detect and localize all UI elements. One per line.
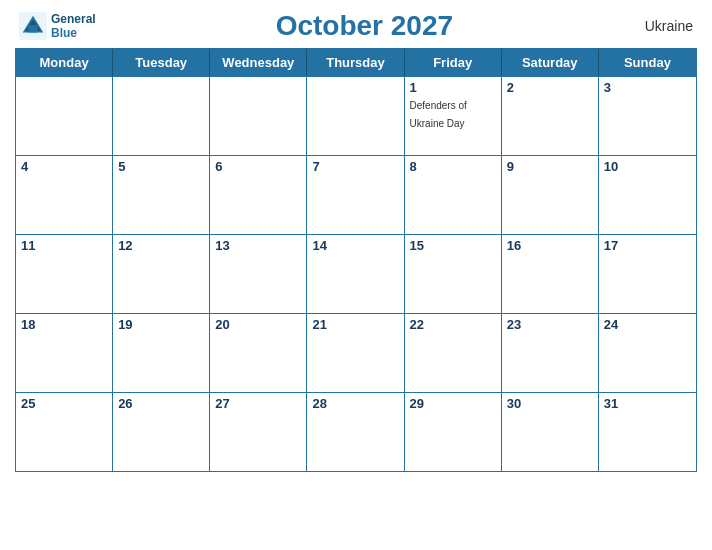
day-number-13: 13: [215, 238, 301, 253]
header-row: General Blue October 2027 Ukraine: [15, 10, 697, 42]
logo-text: General Blue: [51, 12, 96, 40]
day-number-22: 22: [410, 317, 496, 332]
calendar-container: General Blue October 2027 Ukraine Monday…: [0, 0, 712, 550]
day-number-4: 4: [21, 159, 107, 174]
month-title: October 2027: [96, 10, 633, 42]
day-cell-w2-d6: 9: [502, 156, 599, 234]
week-row-4: 18192021222324: [16, 313, 696, 392]
week-row-3: 11121314151617: [16, 234, 696, 313]
day-number-1: 1: [410, 80, 496, 95]
header-monday: Monday: [16, 49, 113, 76]
day-cell-w3-d3: 13: [210, 235, 307, 313]
generalblue-logo-icon: [19, 12, 47, 40]
calendar-grid: Monday Tuesday Wednesday Thursday Friday…: [15, 48, 697, 472]
country-label: Ukraine: [633, 18, 693, 34]
day-cell-w3-d2: 12: [113, 235, 210, 313]
day-number-29: 29: [410, 396, 496, 411]
day-number-21: 21: [312, 317, 398, 332]
weeks: 1Defenders of Ukraine Day234567891011121…: [16, 76, 696, 471]
day-number-16: 16: [507, 238, 593, 253]
header-tuesday: Tuesday: [113, 49, 210, 76]
day-number-11: 11: [21, 238, 107, 253]
day-number-19: 19: [118, 317, 204, 332]
day-number-6: 6: [215, 159, 301, 174]
day-headers: Monday Tuesday Wednesday Thursday Friday…: [16, 49, 696, 76]
day-number-28: 28: [312, 396, 398, 411]
day-number-27: 27: [215, 396, 301, 411]
day-cell-w1-d7: 3: [599, 77, 696, 155]
header-thursday: Thursday: [307, 49, 404, 76]
day-cell-w4-d2: 19: [113, 314, 210, 392]
day-cell-w3-d5: 15: [405, 235, 502, 313]
day-cell-w2-d5: 8: [405, 156, 502, 234]
day-cell-w2-d4: 7: [307, 156, 404, 234]
day-cell-w5-d7: 31: [599, 393, 696, 471]
day-cell-w1-d6: 2: [502, 77, 599, 155]
day-number-3: 3: [604, 80, 691, 95]
day-cell-w1-d3: [210, 77, 307, 155]
day-cell-w5-d2: 26: [113, 393, 210, 471]
day-cell-w5-d5: 29: [405, 393, 502, 471]
day-number-5: 5: [118, 159, 204, 174]
day-number-26: 26: [118, 396, 204, 411]
day-number-14: 14: [312, 238, 398, 253]
day-number-12: 12: [118, 238, 204, 253]
svg-rect-3: [28, 25, 37, 32]
day-cell-w5-d6: 30: [502, 393, 599, 471]
day-cell-w1-d1: [16, 77, 113, 155]
day-cell-w5-d1: 25: [16, 393, 113, 471]
day-number-30: 30: [507, 396, 593, 411]
logo-area: General Blue: [19, 12, 96, 40]
day-cell-w3-d4: 14: [307, 235, 404, 313]
day-cell-w4-d6: 23: [502, 314, 599, 392]
day-number-10: 10: [604, 159, 691, 174]
day-cell-w1-d4: [307, 77, 404, 155]
event-text-1: Defenders of Ukraine Day: [410, 100, 467, 129]
day-number-7: 7: [312, 159, 398, 174]
day-cell-w4-d7: 24: [599, 314, 696, 392]
day-number-15: 15: [410, 238, 496, 253]
day-cell-w3-d7: 17: [599, 235, 696, 313]
day-cell-w1-d2: [113, 77, 210, 155]
day-number-17: 17: [604, 238, 691, 253]
header-saturday: Saturday: [502, 49, 599, 76]
day-cell-w1-d5: 1Defenders of Ukraine Day: [405, 77, 502, 155]
day-cell-w2-d1: 4: [16, 156, 113, 234]
day-number-25: 25: [21, 396, 107, 411]
day-cell-w5-d3: 27: [210, 393, 307, 471]
day-cell-w2-d7: 10: [599, 156, 696, 234]
day-cell-w5-d4: 28: [307, 393, 404, 471]
header-wednesday: Wednesday: [210, 49, 307, 76]
day-cell-w4-d3: 20: [210, 314, 307, 392]
day-cell-w4-d4: 21: [307, 314, 404, 392]
day-number-2: 2: [507, 80, 593, 95]
day-cell-w3-d6: 16: [502, 235, 599, 313]
header-friday: Friday: [405, 49, 502, 76]
week-row-2: 45678910: [16, 155, 696, 234]
day-cell-w2-d2: 5: [113, 156, 210, 234]
header-sunday: Sunday: [599, 49, 696, 76]
day-number-20: 20: [215, 317, 301, 332]
day-number-23: 23: [507, 317, 593, 332]
day-number-18: 18: [21, 317, 107, 332]
day-cell-w4-d1: 18: [16, 314, 113, 392]
week-row-5: 25262728293031: [16, 392, 696, 471]
day-cell-w2-d3: 6: [210, 156, 307, 234]
week-row-1: 1Defenders of Ukraine Day23: [16, 76, 696, 155]
day-number-24: 24: [604, 317, 691, 332]
day-number-31: 31: [604, 396, 691, 411]
day-number-9: 9: [507, 159, 593, 174]
day-cell-w3-d1: 11: [16, 235, 113, 313]
day-number-8: 8: [410, 159, 496, 174]
day-cell-w4-d5: 22: [405, 314, 502, 392]
